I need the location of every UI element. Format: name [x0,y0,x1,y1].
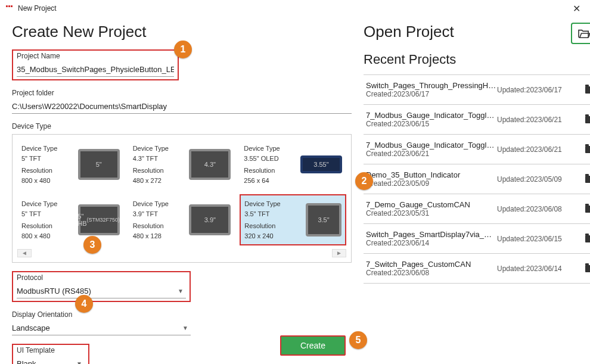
recent-item-name: Switch_Pages_SmartDisplay7via_Custo [366,230,497,239]
protocol-group: Protocol ▼ [12,271,191,302]
device-container: Device Type5" TFTResolution800 x 4805"De… [12,134,352,263]
device-scroll-right[interactable]: ► [332,249,346,257]
recent-item[interactable]: Switch_Pages_Through_PressingH_TheCreate… [364,75,590,105]
folder-icon[interactable] [585,265,590,272]
recent-item-updated: Updated:2023/06/14 [497,265,580,273]
device-thumb: 3.5" [306,203,341,237]
recent-item-left: Switch_Pages_SmartDisplay7via_CustoCreat… [366,230,497,247]
recent-item-updated: Updated:2023/05/09 [497,175,580,183]
chevron-down-icon[interactable]: ▼ [74,360,85,364]
recent-item-updated: Updated:2023/06/08 [497,205,580,213]
create-project-pane: Create New Project Project Name Project … [12,23,352,364]
ui-template-label: UI Template [17,346,85,354]
open-folder-button[interactable] [571,23,590,44]
folder-icon[interactable] [585,206,590,213]
device-thumb: 5" [78,149,120,180]
device-info: Device Type4.3" TFTResolution480 x 272 [133,144,185,185]
device-info: Device Type3.55" OLEDResolution256 x 64 [244,144,296,185]
recent-projects-list: Switch_Pages_Through_PressingH_TheCreate… [364,74,590,284]
recent-item-name: 7_Demo_Gauge_CustomCAN [366,200,497,209]
recent-heading: Recent Projects [364,52,590,67]
recent-item-name: 7_Modbus_Gauge_Indicator_ToggleBu [366,141,497,150]
recent-item-created: Created:2023/06/17 [366,90,497,98]
recent-item-updated: Updated:2023/06/17 [497,86,580,94]
device-card-2[interactable]: Device Type3.55" OLEDResolution256 x 643… [240,139,346,189]
folder-icon[interactable] [585,86,590,94]
recent-item-name: 7_Modbus_Gauge_Indicator_ToggleBu [366,111,497,120]
recent-item-left: 7_Switch_Pages_CustomCANCreated:2023/06/… [366,260,497,277]
recent-item-created: Created:2023/06/14 [366,239,497,247]
device-info: Device Type5" TFTResolution800 x 480 [21,144,73,185]
project-folder-input[interactable] [12,99,352,114]
device-scroll-left[interactable]: ◄ [17,249,32,257]
titlebar: New Project ✕ [0,0,590,17]
device-card-5[interactable]: Device Type3.5" TFTResolution320 x 2403.… [240,194,346,245]
recent-item-updated: Updated:2023/06/15 [497,235,580,243]
recent-item-name: 7_Switch_Pages_CustomCAN [366,260,497,269]
orientation-select[interactable] [12,321,180,335]
app-icon [6,5,14,11]
project-name-input[interactable] [17,63,174,77]
orientation-label: Display Orientation [12,310,191,319]
open-project-pane: Open Project Recent Projects Switch_Page… [364,23,590,364]
project-name-group: Project Name [12,49,179,80]
recent-item-created: Created:2023/06/08 [366,269,497,277]
callout-2: 2 [355,172,373,190]
callout-4: 4 [75,295,93,313]
project-folder-group: Project folder [12,89,352,114]
chevron-down-icon[interactable]: ▼ [175,288,186,294]
project-name-label: Project Name [17,52,174,60]
recent-item-left: Demo_35_Button_IndicatorCreated:2023/05/… [366,170,497,188]
device-info: Device Type5" TFTResolution800 x 480 [21,199,73,241]
recent-item[interactable]: 7_Demo_Gauge_CustomCANCreated:2023/05/31… [364,194,590,224]
device-thumb: 3.55" [300,155,342,173]
open-heading: Open Project [364,23,590,41]
chevron-down-icon[interactable]: ▼ [180,325,191,331]
recent-item-created: Created:2023/05/09 [366,179,497,188]
recent-item-name: Switch_Pages_Through_PressingH_The [366,81,497,90]
folder-open-icon [577,28,590,39]
create-heading: Create New Project [12,23,352,41]
device-type-section: Device Type Device Type5" TFTResolution8… [12,122,352,263]
recent-item[interactable]: 7_Modbus_Gauge_Indicator_ToggleBuCreated… [364,105,590,135]
callout-3: 3 [83,236,101,254]
recent-item[interactable]: 7_Modbus_Gauge_Indicator_ToggleBuCreated… [364,135,590,164]
callout-1: 1 [174,41,192,58]
create-button[interactable]: Create [280,335,346,356]
recent-item-created: Created:2023/06/15 [366,120,497,128]
recent-item-left: 7_Modbus_Gauge_Indicator_ToggleBuCreated… [366,111,497,128]
recent-item-left: Switch_Pages_Through_PressingH_TheCreate… [366,81,497,98]
recent-item-left: 7_Modbus_Gauge_Indicator_ToggleBuCreated… [366,141,497,158]
device-card-3[interactable]: Device Type5" TFTResolution800 x 4805" H… [17,194,124,245]
close-icon[interactable]: ✕ [569,3,584,14]
callout-5: 5 [349,331,367,349]
folder-icon[interactable] [585,146,590,153]
device-info: Device Type3.9" TFTResolution480 x 128 [133,199,185,241]
orientation-group: Display Orientation ▼ [12,310,191,335]
recent-item-created: Created:2023/06/21 [366,150,497,158]
recent-item[interactable]: Demo_35_Button_IndicatorCreated:2023/05/… [364,164,590,194]
window-title: New Project [18,4,57,13]
device-type-label: Device Type [12,122,352,130]
protocol-label: Protocol [17,273,186,282]
device-info: Device Type3.5" TFTResolution320 x 240 [244,199,301,241]
ui-template-group: UI Template ▼ [12,344,89,364]
device-thumb: 4.3" [189,149,231,180]
recent-item-name: Demo_35_Button_Indicator [366,170,497,179]
folder-icon[interactable] [585,235,590,242]
device-card-0[interactable]: Device Type5" TFTResolution800 x 4805" [17,139,124,189]
device-thumb: 5" HB(STM32F750) [78,204,120,235]
ui-template-select[interactable] [17,357,74,364]
project-folder-label: Project folder [12,89,352,97]
recent-item-left: 7_Demo_Gauge_CustomCANCreated:2023/05/31 [366,200,497,217]
device-thumb: 3.9" [189,204,231,235]
device-card-1[interactable]: Device Type4.3" TFTResolution480 x 2724.… [129,139,235,189]
recent-item[interactable]: 7_Switch_Pages_CustomCANCreated:2023/06/… [364,254,590,284]
recent-item-updated: Updated:2023/06/21 [497,116,580,124]
recent-item[interactable]: Switch_Pages_SmartDisplay7via_CustoCreat… [364,224,590,254]
protocol-select[interactable] [17,284,175,298]
folder-icon[interactable] [585,176,590,183]
device-card-4[interactable]: Device Type3.9" TFTResolution480 x 1283.… [129,194,235,245]
recent-item-created: Created:2023/05/31 [366,209,497,217]
folder-icon[interactable] [585,116,590,123]
